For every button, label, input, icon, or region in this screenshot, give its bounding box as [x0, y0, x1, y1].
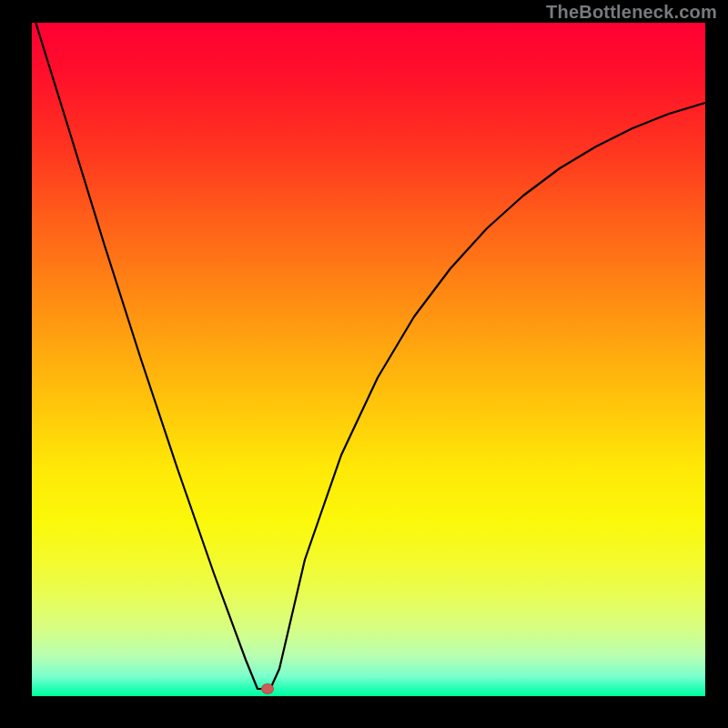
plot-area	[32, 23, 705, 696]
optimal-point-marker	[261, 683, 274, 694]
watermark-text: TheBottleneck.com	[546, 2, 717, 23]
chart-curve	[32, 23, 705, 696]
chart-frame: TheBottleneck.com	[0, 0, 728, 728]
curve-path	[27, 0, 728, 689]
